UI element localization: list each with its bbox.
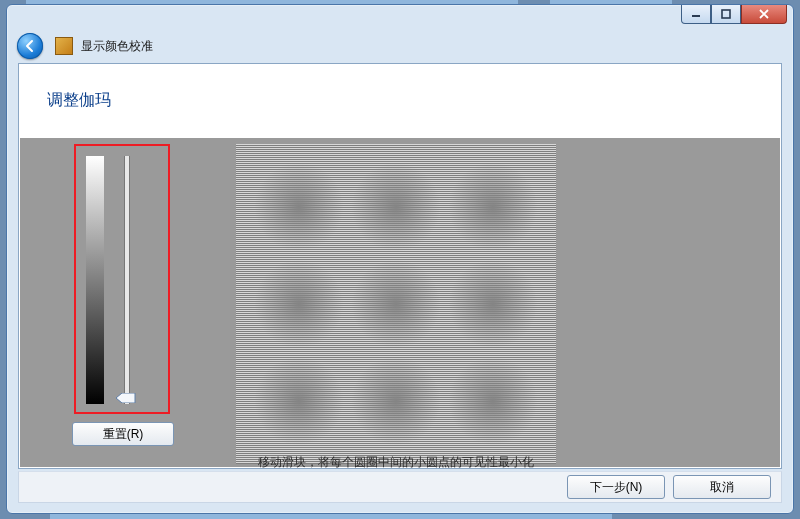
- svg-rect-1: [722, 10, 730, 18]
- content-panel: 重置(R) 移动滑块，将每个圆圈中间的小圆点的可见性最小化: [20, 138, 780, 467]
- gamma-slider-thumb[interactable]: [116, 393, 136, 403]
- wizard-footer: 下一步(N) 取消: [18, 471, 782, 503]
- instruction-text: 移动滑块，将每个圆圈中间的小圆点的可见性最小化: [236, 454, 556, 471]
- svg-rect-0: [692, 15, 700, 17]
- gamma-dot: [254, 259, 344, 349]
- gamma-dot: [254, 162, 344, 252]
- reset-button[interactable]: 重置(R): [72, 422, 174, 446]
- title-row: 显示颜色校准: [17, 29, 783, 63]
- caption-buttons: [681, 5, 787, 24]
- next-button[interactable]: 下一步(N): [567, 475, 665, 499]
- close-button[interactable]: [741, 5, 787, 24]
- gamma-pattern: [236, 144, 556, 464]
- calibration-window: 显示颜色校准 调整伽玛 重置(R): [6, 4, 794, 514]
- app-icon: [55, 37, 73, 55]
- gamma-dot: [351, 162, 441, 252]
- minimize-button[interactable]: [681, 5, 711, 24]
- gamma-dot: [448, 356, 538, 446]
- gamma-dot: [448, 162, 538, 252]
- maximize-button[interactable]: [711, 5, 741, 24]
- gamma-slider-track[interactable]: [124, 156, 130, 404]
- back-button[interactable]: [17, 33, 43, 59]
- gamma-dot: [448, 259, 538, 349]
- app-title: 显示颜色校准: [81, 38, 153, 55]
- client-area: 调整伽玛 重置(R): [18, 63, 782, 469]
- gamma-dot: [254, 356, 344, 446]
- page-heading: 调整伽玛: [47, 90, 111, 111]
- gamma-dot: [351, 259, 441, 349]
- gradient-preview: [86, 156, 104, 404]
- gamma-slider-panel: [74, 144, 170, 414]
- gamma-dot: [351, 356, 441, 446]
- cancel-button[interactable]: 取消: [673, 475, 771, 499]
